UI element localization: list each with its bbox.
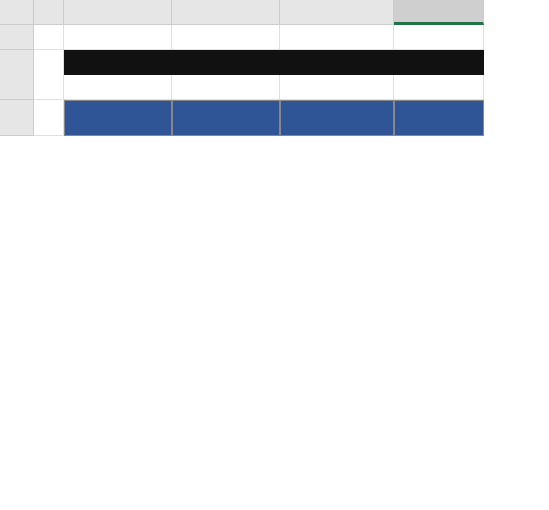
- cell[interactable]: [172, 75, 280, 100]
- header-items[interactable]: [64, 100, 172, 136]
- cell[interactable]: [280, 75, 394, 100]
- header-quantity[interactable]: [280, 100, 394, 136]
- cell[interactable]: [34, 75, 64, 100]
- spreadsheet-grid[interactable]: [0, 0, 549, 125]
- cell[interactable]: [394, 75, 484, 100]
- select-all-corner[interactable]: [0, 0, 34, 25]
- col-header-D[interactable]: [280, 0, 394, 25]
- col-header-E[interactable]: [394, 0, 484, 25]
- row-header-4[interactable]: [0, 100, 34, 136]
- cell[interactable]: [394, 25, 484, 50]
- header-purchaser[interactable]: [172, 100, 280, 136]
- col-header-B[interactable]: [64, 0, 172, 25]
- cell[interactable]: [172, 25, 280, 50]
- cell[interactable]: [280, 25, 394, 50]
- col-header-C[interactable]: [172, 0, 280, 25]
- row-header-1[interactable]: [0, 25, 34, 50]
- cell[interactable]: [64, 75, 172, 100]
- cell[interactable]: [34, 100, 64, 136]
- cell[interactable]: [64, 25, 172, 50]
- col-header-A[interactable]: [34, 0, 64, 25]
- header-helper[interactable]: [394, 100, 484, 136]
- cell[interactable]: [34, 25, 64, 50]
- row-header-3[interactable]: [0, 75, 34, 100]
